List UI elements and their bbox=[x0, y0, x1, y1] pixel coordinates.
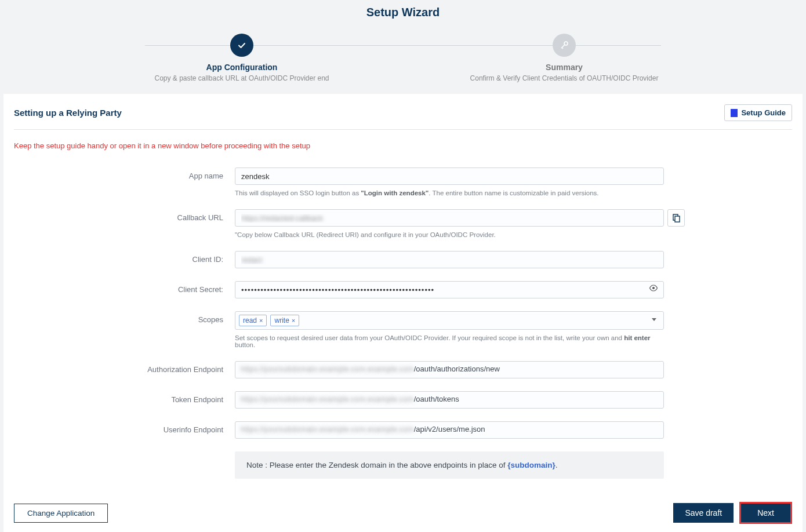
field-scopes: read × write × Set scopes to request des… bbox=[235, 311, 664, 348]
step-title-2: Summary bbox=[403, 63, 725, 72]
setup-warning-text: Keep the setup guide handy or open it in… bbox=[14, 141, 792, 150]
field-app-name: This will displayed on SSO login button … bbox=[235, 167, 664, 196]
scope-tag-write[interactable]: write × bbox=[270, 315, 299, 326]
label-auth-endpoint: Authorization Endpoint bbox=[119, 361, 235, 374]
client-id-input[interactable] bbox=[235, 251, 664, 268]
close-icon[interactable]: × bbox=[259, 317, 263, 324]
field-client-id bbox=[235, 251, 664, 268]
field-client-secret bbox=[235, 281, 664, 298]
scope-tag-read[interactable]: read × bbox=[239, 315, 267, 326]
step-subtitle-1: Copy & paste callback URL at OAuth/OIDC … bbox=[81, 74, 403, 82]
label-token-endpoint: Token Endpoint bbox=[119, 391, 235, 404]
label-client-id: Client ID: bbox=[119, 251, 235, 264]
step-summary[interactable]: Summary Confirm & Verify Client Credenti… bbox=[403, 34, 725, 82]
panel-heading: Setting up a Relying Party bbox=[14, 108, 122, 118]
app-name-help: This will displayed on SSO login button … bbox=[235, 190, 664, 196]
row-token-endpoint: Token Endpoint https://yoursubdomain.exa… bbox=[119, 391, 722, 409]
callback-url-input[interactable] bbox=[235, 209, 664, 227]
callback-help: "Copy below Callback URL (Redirect URI) … bbox=[235, 231, 687, 238]
change-application-button[interactable]: Change Application bbox=[14, 504, 108, 523]
wizard-steps-row: App Configuration Copy & paste callback … bbox=[81, 34, 725, 82]
field-userinfo-endpoint: https://yoursubdomain.example.com.exampl… bbox=[235, 421, 664, 439]
scopes-help: Set scopes to request desired user data … bbox=[235, 334, 664, 348]
note-box: Note : Please enter the Zendesk domain i… bbox=[235, 451, 664, 479]
wizard-title: Setup Wizard bbox=[0, 6, 806, 19]
panel-header: Setting up a Relying Party Setup Guide bbox=[14, 104, 792, 130]
chevron-down-icon bbox=[652, 318, 656, 321]
field-note: Note : Please enter the Zendesk domain i… bbox=[235, 451, 664, 479]
next-button[interactable]: Next bbox=[741, 504, 790, 522]
label-app-name: App name bbox=[119, 167, 235, 180]
step-subtitle-2: Confirm & Verify Client Credentials of O… bbox=[403, 74, 725, 82]
svg-rect-4 bbox=[675, 216, 680, 222]
setup-guide-label: Setup Guide bbox=[741, 108, 786, 117]
field-token-endpoint: https://yoursubdomain.example.com.exampl… bbox=[235, 391, 664, 409]
svg-line-2 bbox=[562, 48, 563, 49]
footer-right-buttons: Save draft Next bbox=[673, 502, 792, 524]
row-app-name: App name This will displayed on SSO logi… bbox=[119, 167, 722, 196]
row-client-secret: Client Secret: bbox=[119, 281, 722, 298]
field-callback-url: "Copy below Callback URL (Redirect URI) … bbox=[235, 209, 687, 238]
label-scopes: Scopes bbox=[119, 311, 235, 324]
row-note: Note : Please enter the Zendesk domain i… bbox=[119, 451, 722, 479]
check-icon bbox=[230, 34, 253, 57]
close-icon[interactable]: × bbox=[292, 317, 295, 324]
key-icon bbox=[553, 34, 576, 57]
label-callback-url: Callback URL bbox=[119, 209, 235, 222]
field-auth-endpoint: https://yoursubdomain.example.com.exampl… bbox=[235, 361, 664, 378]
client-secret-input[interactable] bbox=[235, 281, 664, 298]
copy-button[interactable] bbox=[667, 209, 685, 227]
token-endpoint-input[interactable] bbox=[235, 391, 664, 409]
auth-endpoint-input[interactable] bbox=[235, 361, 664, 378]
scopes-select[interactable]: read × write × bbox=[235, 311, 664, 330]
row-client-id: Client ID: bbox=[119, 251, 722, 268]
setup-guide-button[interactable]: Setup Guide bbox=[724, 104, 792, 121]
app-name-input[interactable] bbox=[235, 167, 664, 185]
form-area: App name This will displayed on SSO logi… bbox=[84, 167, 722, 479]
label-userinfo-endpoint: Userinfo Endpoint bbox=[119, 421, 235, 434]
eye-icon[interactable] bbox=[649, 285, 658, 293]
copy-icon bbox=[671, 213, 681, 223]
step-title-1: App Configuration bbox=[81, 63, 403, 72]
next-button-highlight: Next bbox=[739, 502, 792, 524]
step-app-configuration[interactable]: App Configuration Copy & paste callback … bbox=[81, 34, 403, 82]
save-draft-button[interactable]: Save draft bbox=[673, 503, 734, 523]
row-callback-url: Callback URL "Copy below Callback URL (R… bbox=[119, 209, 722, 238]
svg-point-5 bbox=[652, 287, 655, 289]
row-auth-endpoint: Authorization Endpoint https://yoursubdo… bbox=[119, 361, 722, 378]
userinfo-endpoint-input[interactable] bbox=[235, 421, 664, 439]
row-scopes: Scopes read × write × Set scopes to requ… bbox=[119, 311, 722, 348]
main-panel: Setting up a Relying Party Setup Guide K… bbox=[3, 94, 803, 532]
row-userinfo-endpoint: Userinfo Endpoint https://yoursubdomain.… bbox=[119, 421, 722, 439]
wizard-header: Setup Wizard App Configuration Copy & pa… bbox=[0, 0, 806, 94]
footer-row: Change Application Save draft Next bbox=[14, 502, 792, 524]
book-icon bbox=[731, 109, 738, 117]
label-client-secret: Client Secret: bbox=[119, 281, 235, 294]
